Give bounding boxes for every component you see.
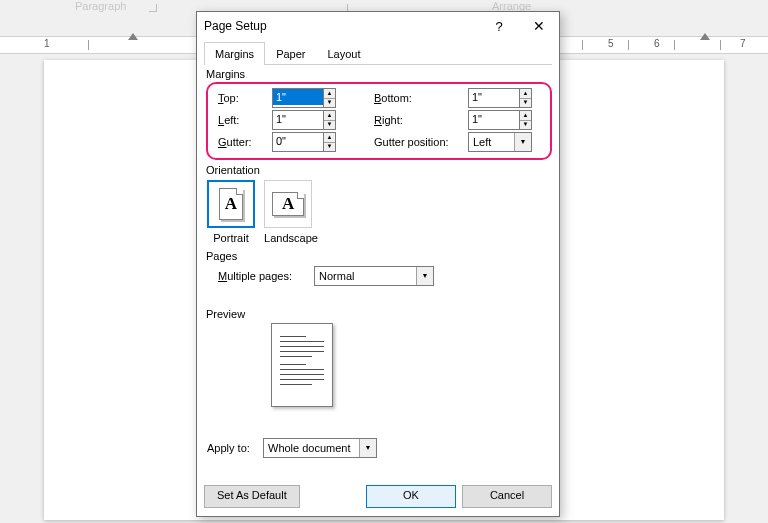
portrait-label: Portrait — [213, 232, 248, 244]
margin-bottom-input[interactable]: ▲▼ — [468, 88, 532, 108]
ruler-tick — [88, 40, 89, 50]
bg-label-paragraph: Paragraph — [75, 0, 126, 12]
spinner-buttons[interactable]: ▲▼ — [323, 133, 335, 151]
spin-up-icon[interactable]: ▲ — [324, 133, 335, 143]
ruler-number: 6 — [654, 38, 660, 49]
pages-group-label: Pages — [206, 250, 237, 262]
multiple-pages-label: Multiple pages: — [218, 270, 314, 282]
chevron-down-icon[interactable]: ▼ — [514, 133, 531, 151]
margin-bottom-label: Bottom: — [374, 92, 468, 104]
margin-gutter-label: Gutter: — [218, 136, 272, 148]
ok-button[interactable]: OK — [366, 485, 456, 508]
tab-margins[interactable]: Margins — [204, 42, 265, 65]
spin-up-icon[interactable]: ▲ — [520, 111, 531, 121]
set-as-default-button[interactable]: Set As Default — [204, 485, 300, 508]
spin-up-icon[interactable]: ▲ — [324, 111, 335, 121]
orientation-landscape[interactable]: A Landscape — [264, 180, 318, 244]
ruler-left-margin-marker-icon[interactable] — [128, 33, 138, 40]
ruler-tick — [674, 40, 675, 50]
margin-gutter-value[interactable] — [273, 133, 323, 149]
chevron-down-icon[interactable]: ▼ — [416, 267, 433, 285]
dialog-title: Page Setup — [204, 19, 267, 33]
apply-to-dropdown[interactable]: Whole document ▼ — [263, 438, 377, 458]
landscape-icon: A — [264, 180, 312, 228]
margin-top-label: Top: — [218, 92, 272, 104]
multiple-pages-value: Normal — [315, 270, 416, 282]
paragraph-dialog-launcher-icon[interactable] — [149, 4, 157, 12]
dialog-titlebar[interactable]: Page Setup ? ✕ — [197, 12, 559, 41]
dialog-footer: Set As Default OK Cancel — [204, 483, 552, 509]
gutter-position-value: Left — [469, 136, 514, 148]
gutter-position-dropdown[interactable]: Left ▼ — [468, 132, 532, 152]
close-button[interactable]: ✕ — [519, 12, 559, 41]
margin-left-input[interactable]: ▲▼ — [272, 110, 336, 130]
cancel-button[interactable]: Cancel — [462, 485, 552, 508]
apply-to-label: Apply to: — [207, 442, 263, 454]
ruler-right-margin-marker-icon[interactable] — [700, 33, 710, 40]
ruler-number: 5 — [608, 38, 614, 49]
spinner-buttons[interactable]: ▲▼ — [323, 89, 335, 107]
landscape-label: Landscape — [264, 232, 318, 244]
spinner-buttons[interactable]: ▲▼ — [519, 111, 531, 129]
ruler-tick — [582, 40, 583, 50]
preview-group-label: Preview — [206, 308, 245, 320]
margin-right-value[interactable] — [469, 111, 519, 127]
spinner-buttons[interactable]: ▲▼ — [519, 89, 531, 107]
chevron-down-icon[interactable]: ▼ — [359, 439, 376, 457]
margin-left-label: Left: — [218, 114, 272, 126]
help-button[interactable]: ? — [479, 12, 519, 41]
margin-top-value[interactable] — [273, 89, 323, 105]
spin-down-icon[interactable]: ▼ — [520, 121, 531, 130]
portrait-icon: A — [207, 180, 255, 228]
margin-right-label: Right: — [374, 114, 468, 126]
ruler-number: 7 — [740, 38, 746, 49]
spinner-buttons[interactable]: ▲▼ — [323, 111, 335, 129]
orientation-portrait[interactable]: A Portrait — [207, 180, 255, 244]
margin-gutter-input[interactable]: ▲▼ — [272, 132, 336, 152]
spin-up-icon[interactable]: ▲ — [324, 89, 335, 99]
margin-bottom-value[interactable] — [469, 89, 519, 105]
dialog-tabs: Margins Paper Layout — [204, 41, 552, 65]
margin-left-value[interactable] — [273, 111, 323, 127]
gutter-position-label: Gutter position: — [374, 136, 468, 148]
tab-paper[interactable]: Paper — [265, 42, 316, 65]
margin-top-input[interactable]: ▲▼ — [272, 88, 336, 108]
page-preview — [271, 323, 333, 407]
margin-right-input[interactable]: ▲▼ — [468, 110, 532, 130]
spin-up-icon[interactable]: ▲ — [520, 89, 531, 99]
tab-layout[interactable]: Layout — [316, 42, 371, 65]
orientation-group-label: Orientation — [206, 164, 260, 176]
page-setup-dialog: Page Setup ? ✕ Margins Paper Layout Marg… — [196, 11, 560, 517]
spin-down-icon[interactable]: ▼ — [324, 121, 335, 130]
spin-down-icon[interactable]: ▼ — [520, 99, 531, 108]
apply-to-value: Whole document — [264, 442, 359, 454]
ruler-tick — [628, 40, 629, 50]
spin-down-icon[interactable]: ▼ — [324, 99, 335, 108]
ruler-number: 1 — [44, 38, 50, 49]
dialog-body: Margins Top: ▲▼ Bottom: ▲▼ Left: ▲▼ Righ… — [204, 68, 552, 478]
ruler-tick — [720, 40, 721, 50]
spin-down-icon[interactable]: ▼ — [324, 143, 335, 152]
margins-group-label: Margins — [206, 68, 245, 80]
multiple-pages-dropdown[interactable]: Normal ▼ — [314, 266, 434, 286]
